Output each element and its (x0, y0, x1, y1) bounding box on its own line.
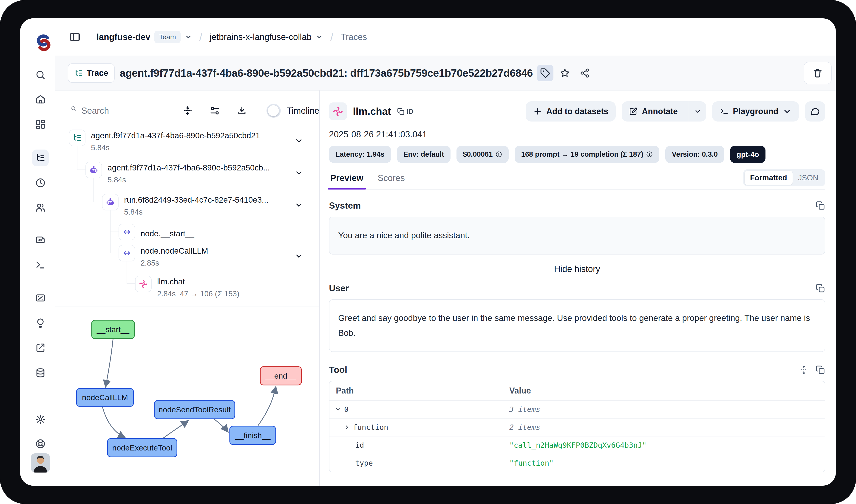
chevron-down-icon[interactable] (185, 33, 192, 41)
scores-card-icon[interactable] (35, 293, 46, 303)
chevron-down-icon[interactable] (295, 168, 303, 177)
format-formatted[interactable]: Formatted (745, 171, 792, 185)
sessions-clock-icon[interactable] (35, 178, 46, 188)
chevron-down-icon[interactable] (316, 33, 323, 41)
chevron-down-icon[interactable] (295, 137, 303, 145)
info-icon (646, 151, 653, 158)
user-avatar[interactable] (31, 453, 50, 472)
tab-scores[interactable]: Scores (376, 173, 406, 189)
star-icon[interactable] (557, 65, 573, 81)
support-lifebuoy-icon[interactable] (35, 438, 46, 449)
tokens-badge[interactable]: 168 prompt → 19 completion (Σ 187) (515, 146, 659, 163)
hide-history-link[interactable]: Hide history (329, 264, 825, 274)
tree-row-label: llm.chat (157, 277, 239, 286)
playground-button[interactable]: Playground (712, 101, 799, 122)
expand-vertical-icon[interactable] (799, 365, 809, 375)
system-message-box: You are a nice and polite assistant. (329, 217, 825, 254)
lightbulb-icon[interactable] (35, 318, 46, 328)
plus-icon (533, 107, 542, 116)
datasets-database-icon[interactable] (35, 367, 46, 378)
table-header-row: Path Value (329, 381, 825, 400)
observation-badges: Latency: 1.94s Env: default $0.00061 168… (329, 146, 825, 163)
table-row[interactable]: 0 3 items (329, 400, 825, 418)
terminal-icon[interactable] (35, 259, 46, 270)
graph-node-callllm[interactable]: nodeCallLLM (76, 389, 133, 407)
terminal-icon (719, 107, 729, 116)
chat-bubble-icon (810, 106, 820, 116)
tree-row-duration: 5.84s (108, 176, 270, 184)
tree-row-label: agent.f9f77d1a-437f-4ba6-890e-b592a50cb.… (108, 163, 270, 172)
share-icon[interactable] (576, 65, 593, 81)
tool-section-header: Tool (329, 365, 825, 375)
collapse-tree-icon[interactable] (182, 105, 193, 116)
copy-id-button[interactable]: ID (397, 108, 413, 115)
copy-icon[interactable] (816, 365, 825, 375)
tag-icon[interactable] (537, 65, 553, 81)
agent-graph[interactable]: __start__ nodeCallLLM nodeSendToolResult… (55, 307, 319, 478)
tree-row-label: node.nodeCallLLM (141, 246, 208, 255)
download-icon[interactable] (237, 105, 247, 116)
user-section-header: User (329, 283, 825, 293)
timeline-toggle[interactable] (267, 104, 281, 118)
org-type-badge: Team (154, 31, 180, 43)
dashboard-grid-icon[interactable] (35, 119, 46, 129)
annotation-clipboard-icon[interactable] (35, 342, 46, 353)
breadcrumb-separator: / (331, 31, 333, 43)
chevron-down-icon (783, 107, 792, 116)
graph-node-end[interactable]: __end__ (260, 367, 301, 385)
trace-header-row: Trace agent.f9f77d1a-437f-4ba6-890e-b592… (55, 56, 836, 90)
tree-row-node-callllm[interactable]: node.nodeCallLLM 2.85s (119, 245, 208, 267)
tree-row-llm-chat[interactable]: llm.chat 2.84s 47 → 106 (Σ 153) (135, 276, 239, 298)
format-json[interactable]: JSON (792, 171, 824, 185)
graph-node-sendtoolresult[interactable]: nodeSendToolResult (154, 400, 235, 419)
tool-json-table: Path Value 0 3 items function 2 items id (329, 381, 825, 472)
delete-trace-button[interactable] (804, 62, 832, 84)
observation-title: llm.chat (353, 106, 391, 117)
cost-badge[interactable]: $0.00061 (457, 146, 509, 163)
span-arrows-icon (119, 245, 135, 262)
copy-icon[interactable] (816, 201, 825, 211)
table-row[interactable]: type "function" (329, 454, 825, 472)
chevron-down-icon[interactable] (295, 252, 303, 260)
search-icon[interactable] (35, 70, 46, 80)
user-message-box: Greet and say goodbye to the user in the… (329, 299, 825, 352)
format-toggle: Formatted JSON (743, 169, 825, 186)
tree-row-node-start[interactable]: node.__start__ (119, 224, 194, 240)
svg-text:nodeSendToolResult: nodeSendToolResult (159, 405, 231, 414)
search-input[interactable] (81, 106, 146, 116)
span-arrows-icon (119, 224, 135, 240)
settings-gear-icon[interactable] (35, 414, 46, 425)
chevron-down-icon[interactable] (295, 201, 303, 210)
column-value: Value (503, 386, 825, 396)
table-row[interactable]: id "call_n2HaWg9KFP0BZDqXv6G4b3nJ" (329, 436, 825, 454)
annotate-dropdown-button[interactable] (689, 101, 706, 122)
graph-node-finish[interactable]: __finish__ (230, 426, 276, 445)
breadcrumb-separator: / (199, 31, 202, 43)
tree-row-agent[interactable]: agent.f9f77d1a-437f-4ba6-890e-b592a50cb.… (86, 162, 270, 184)
breadcrumb-org[interactable]: langfuse-dev (96, 32, 150, 42)
breadcrumb-section[interactable]: Traces (341, 32, 367, 42)
home-icon[interactable] (35, 94, 46, 105)
sidebar-toggle-icon[interactable] (69, 31, 81, 43)
sidebar-item-tracing[interactable] (32, 149, 49, 166)
copy-icon[interactable] (816, 284, 825, 293)
settings-sliders-icon[interactable] (210, 105, 220, 116)
tree-row-trace[interactable]: agent.f9f77d1a-437f-4ba6-890e-b592a50cbd… (69, 129, 260, 152)
annotate-button[interactable]: Annotate (622, 101, 706, 122)
annotate-pen-icon (628, 107, 638, 116)
add-to-datasets-button[interactable]: Add to datasets (525, 101, 616, 122)
users-icon[interactable] (35, 202, 46, 213)
chevron-down-icon[interactable] (335, 406, 341, 413)
prompts-code-file-icon[interactable] (35, 235, 46, 245)
tree-row-duration: 2.85s (141, 259, 208, 267)
user-label: User (329, 283, 349, 293)
tree-row-run[interactable]: run.6f8d2449-33ed-4c7c-82e7-5410e3... 5.… (102, 194, 269, 216)
tab-preview[interactable]: Preview (329, 173, 365, 189)
graph-node-executetool[interactable]: nodeExecuteTool (108, 438, 177, 457)
model-badge[interactable]: gpt-4o (730, 146, 766, 163)
chevron-right-icon[interactable] (344, 424, 350, 431)
breadcrumb-project[interactable]: jetbrains-x-langfuse-collab (210, 32, 312, 42)
table-row[interactable]: function 2 items (329, 418, 825, 436)
graph-node-start[interactable]: __start__ (92, 320, 135, 339)
comments-button[interactable] (805, 101, 825, 122)
